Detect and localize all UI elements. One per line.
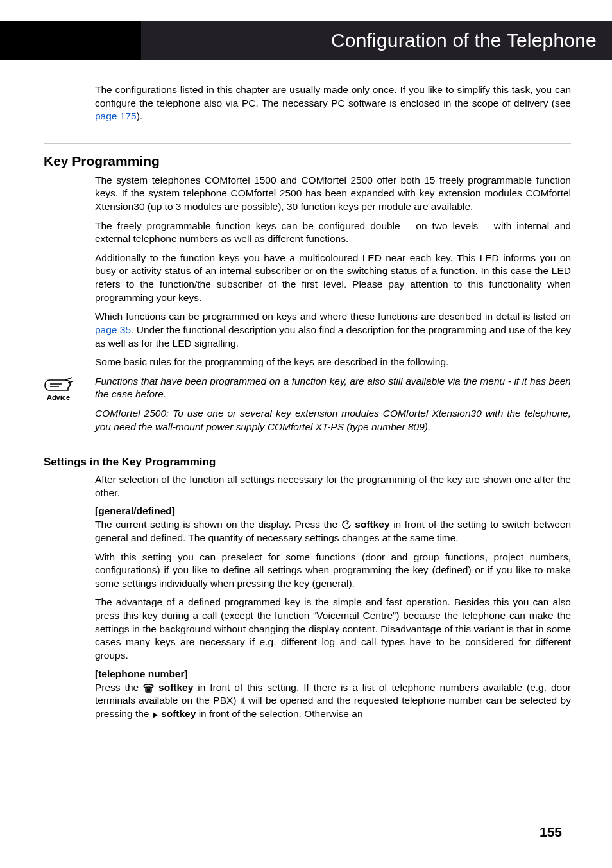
- tn-p1a: Press the: [95, 682, 143, 693]
- svg-point-5: [148, 690, 149, 691]
- advice-hand-icon: [44, 376, 73, 393]
- svg-point-6: [149, 690, 150, 691]
- header-black-block: [0, 21, 141, 60]
- kp-p3: Additionally to the function keys you ha…: [95, 252, 571, 304]
- kp-p2: The freely programmable function keys ca…: [95, 220, 571, 246]
- chapter-header: Configuration of the Telephone: [0, 21, 612, 60]
- kp-p4b: . Under the functional description you a…: [95, 324, 571, 349]
- gd-p1: The current setting is shown on the disp…: [95, 518, 571, 544]
- kp-p1: The system telephones COMfortel 1500 and…: [95, 174, 571, 214]
- chapter-title: Configuration of the Telephone: [331, 30, 597, 51]
- subheading-general-defined: [general/defined]: [95, 505, 571, 517]
- svg-point-1: [147, 689, 148, 690]
- phone-icon: [143, 684, 154, 693]
- svg-point-4: [147, 690, 148, 691]
- svg-marker-7: [153, 712, 158, 718]
- skp-p1: After selection of the function all sett…: [95, 473, 571, 499]
- section-divider: [44, 143, 571, 144]
- gd-p3: The advantage of a defined programmed ke…: [95, 596, 571, 662]
- gd-softkey: softkey: [352, 519, 390, 530]
- kp-p4: Which functions can be programmed on key…: [95, 310, 571, 350]
- subsection-divider: [44, 449, 571, 449]
- tn-p1: Press the softkey in front of this setti…: [95, 681, 571, 721]
- advice-text-2: COMfortel 2500: To use one or several ke…: [95, 407, 571, 433]
- page-number: 155: [540, 824, 562, 840]
- heading-settings-key-programming: Settings in the Key Programming: [44, 456, 571, 469]
- play-icon: [152, 711, 158, 719]
- kp-p5: Some basic rules for the programming of …: [95, 356, 571, 369]
- tn-p1e: in front of the selection. Otherwise an: [196, 708, 362, 719]
- heading-key-programming: Key Programming: [44, 153, 571, 169]
- kp-p4a: Which functions can be programmed on key…: [95, 311, 571, 322]
- subheading-telephone-number: [telephone number]: [95, 668, 571, 680]
- page-link-175[interactable]: page 175: [95, 110, 137, 121]
- advice-icon-wrap: Advice: [36, 376, 81, 401]
- page-link-35[interactable]: page 35: [95, 324, 131, 335]
- gd-p2: With this setting you can preselect for …: [95, 551, 571, 591]
- intro-text-1: The configurations listed in this chapte…: [95, 84, 571, 108]
- tn-softkey-1: softkey: [154, 682, 193, 693]
- svg-point-2: [148, 689, 149, 690]
- advice-text-1: Functions that have been programmed on a…: [95, 375, 571, 401]
- header-title-wrap: Configuration of the Telephone: [141, 21, 612, 60]
- gd-p1a: The current setting is shown on the disp…: [95, 519, 341, 530]
- advice-label: Advice: [36, 394, 81, 401]
- intro-text-2: ).: [137, 110, 142, 121]
- tn-softkey-2: softkey: [158, 708, 196, 719]
- intro-paragraph: The configurations listed in this chapte…: [95, 83, 571, 123]
- page-content: The configurations listed in this chapte…: [95, 83, 571, 726]
- svg-point-3: [149, 689, 150, 690]
- advice-block: Advice Functions that have been programm…: [95, 375, 571, 433]
- toggle-icon: [341, 520, 352, 530]
